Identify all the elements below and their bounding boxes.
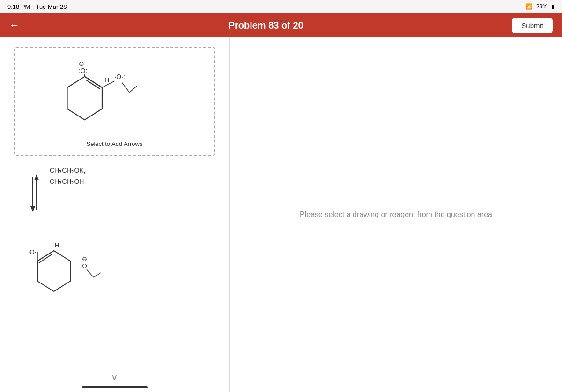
svg-line-6 [122,82,129,92]
header: ← Problem 83 of 20 Submit [0,13,562,37]
svg-text:H: H [104,76,109,84]
svg-line-24 [94,273,101,277]
problem-title: Problem 83 of 20 [229,20,303,31]
svg-marker-14 [30,206,35,212]
svg-text:·O·:: ·O·: [115,73,125,80]
date-display: Tue Mar 28 [36,3,67,10]
svg-marker-15 [37,251,70,291]
svg-text:H: H [55,242,59,249]
reagent-line1: CH₃CH₂OK, [50,165,86,176]
home-bar [82,386,148,388]
molecule-selection-box[interactable]: H ·O·: ⊖ :O: Select to Add Arrows [14,47,215,156]
bottom-molecule-svg: H ·O·: ⊖ :O: [23,226,126,301]
status-right: 📶 29% ▮ [525,3,555,10]
svg-text:⊖: ⊖ [79,60,84,67]
top-molecule-svg: H ·O·: ⊖ :O: [22,55,207,135]
status-bar: 9:18 PM Tue Mar 28 📶 29% ▮ [0,0,562,13]
time-display: 9:18 PM [7,3,30,10]
bottom-molecule-area: H ·O·: ⊖ :O: [23,226,215,303]
back-button[interactable]: ← [9,20,20,30]
svg-text::O:: :O: [79,67,87,74]
svg-line-16 [37,251,54,261]
right-panel-placeholder: Please select a drawing or reagent from … [300,211,492,219]
equilibrium-arrows [28,170,42,217]
svg-line-1 [85,77,102,87]
submit-button[interactable]: Submit [512,18,553,33]
dot2 [280,20,282,22]
reaction-section: CH₃CH₂OK, CH₃CH₂OH [28,165,215,217]
wifi-icon: 📶 [525,3,532,10]
right-panel: Please select a drawing or reagent from … [230,37,562,392]
svg-text:⊖: ⊖ [82,255,87,262]
reagent-line2: CH₃CH₂OH [50,176,86,188]
select-arrows-label: Select to Add Arrows [22,140,207,147]
battery-display: 29% [536,3,547,10]
svg-line-23 [87,269,94,277]
svg-text:·O·:: ·O·: [28,248,38,255]
dot1 [275,20,277,22]
svg-marker-12 [34,174,39,180]
svg-text::O:: :O: [81,262,89,269]
scroll-down-indicator: ∨ [111,371,118,383]
main-content: H ·O·: ⊖ :O: Select to Add Arrows [0,37,562,392]
svg-line-7 [129,86,137,93]
battery-icon: ▮ [551,3,555,10]
arrows-svg [28,170,42,217]
svg-marker-0 [67,77,102,120]
left-panel: H ·O·: ⊖ :O: Select to Add Arrows [0,37,229,392]
status-left: 9:18 PM Tue Mar 28 [7,3,67,10]
reagents: CH₃CH₂OK, CH₃CH₂OH [50,165,86,188]
dot3 [285,20,288,22]
